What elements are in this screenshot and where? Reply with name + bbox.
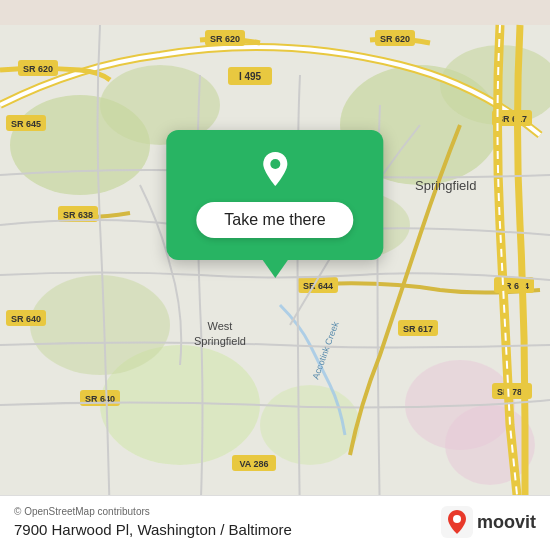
svg-point-8	[30, 275, 170, 375]
moovit-icon	[441, 506, 473, 538]
take-me-there-button[interactable]: Take me there	[196, 202, 353, 238]
svg-text:West: West	[208, 320, 233, 332]
svg-text:SR 620: SR 620	[210, 34, 240, 44]
svg-text:I 495: I 495	[239, 71, 262, 82]
svg-text:SR 645: SR 645	[11, 119, 41, 129]
location-pin-icon	[253, 148, 297, 192]
popup-tail	[261, 258, 289, 278]
svg-text:SR 640: SR 640	[11, 314, 41, 324]
copyright-text: © OpenStreetMap contributors	[14, 506, 292, 517]
bottom-bar: © OpenStreetMap contributors 7900 Harwoo…	[0, 495, 550, 550]
svg-text:SR 620: SR 620	[380, 34, 410, 44]
svg-point-46	[453, 515, 461, 523]
svg-text:SR 620: SR 620	[23, 64, 53, 74]
svg-text:VA 286: VA 286	[239, 459, 268, 469]
svg-text:Springfield: Springfield	[415, 178, 476, 193]
map-container: I 495 SR 620 SR 620 SR 620 SR 645 SR 638…	[0, 0, 550, 550]
bottom-left: © OpenStreetMap contributors 7900 Harwoo…	[14, 506, 292, 538]
moovit-label: moovit	[477, 512, 536, 533]
moovit-logo: moovit	[441, 506, 536, 538]
svg-text:SR 638: SR 638	[63, 210, 93, 220]
address-text: 7900 Harwood Pl, Washington / Baltimore	[14, 521, 292, 538]
svg-text:SR 617: SR 617	[403, 324, 433, 334]
svg-point-44	[270, 159, 280, 169]
popup-card: Take me there	[166, 130, 383, 260]
svg-text:Springfield: Springfield	[194, 335, 246, 347]
svg-text:SR 644: SR 644	[303, 281, 333, 291]
svg-point-7	[260, 385, 360, 465]
